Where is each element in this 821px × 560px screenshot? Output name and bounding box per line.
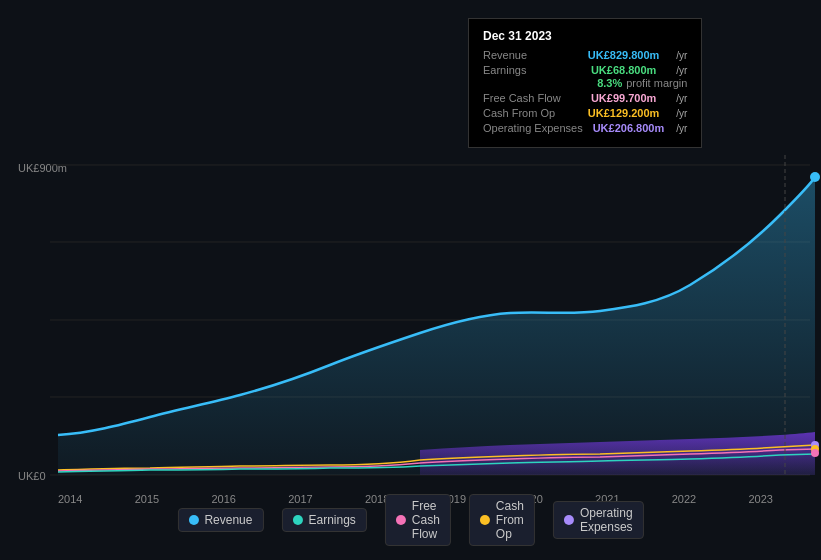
tooltip-revenue-suffix: /yr — [676, 50, 687, 61]
tooltip-cashfromop-label: Cash From Op — [483, 107, 573, 119]
legend-fcf[interactable]: Free Cash Flow — [385, 494, 451, 546]
legend-opex-label: Operating Expenses — [580, 506, 633, 534]
tooltip-profit-margin-row: 8.3% profit margin — [483, 77, 687, 89]
x-label-2023: 2023 — [748, 493, 772, 505]
tooltip-earnings-row: Earnings UK£68.800m /yr — [483, 64, 687, 76]
legend-earnings-dot — [292, 515, 302, 525]
tooltip-date: Dec 31 2023 — [483, 29, 687, 43]
tooltip-fcf-value: UK£99.700m — [591, 92, 656, 104]
legend-cashfromop[interactable]: Cash From Op — [469, 494, 535, 546]
tooltip-profit-margin-pct: 8.3% — [597, 77, 622, 89]
tooltip-earnings-label: Earnings — [483, 64, 573, 76]
x-label-2014: 2014 — [58, 493, 82, 505]
legend-revenue-dot — [188, 515, 198, 525]
legend-revenue-label: Revenue — [204, 513, 252, 527]
svg-point-8 — [811, 449, 819, 457]
legend-opex-dot — [564, 515, 574, 525]
tooltip-opex-label: Operating Expenses — [483, 122, 583, 134]
legend-fcf-dot — [396, 515, 406, 525]
tooltip-fcf-label: Free Cash Flow — [483, 92, 573, 104]
tooltip-revenue-label: Revenue — [483, 49, 573, 61]
svg-point-5 — [810, 172, 820, 182]
legend-earnings[interactable]: Earnings — [281, 508, 366, 532]
chart-svg — [0, 155, 821, 505]
legend-cashfromop-label: Cash From Op — [496, 499, 524, 541]
chart-legend: Revenue Earnings Free Cash Flow Cash Fro… — [177, 494, 643, 546]
tooltip-fcf-suffix: /yr — [676, 93, 687, 104]
tooltip-cashfromop-suffix: /yr — [676, 108, 687, 119]
x-label-2022: 2022 — [672, 493, 696, 505]
tooltip-opex-value: UK£206.800m — [593, 122, 665, 134]
chart-container: Dec 31 2023 Revenue UK£829.800m /yr Earn… — [0, 0, 821, 560]
tooltip-opex-suffix: /yr — [676, 123, 687, 134]
legend-opex[interactable]: Operating Expenses — [553, 501, 644, 539]
legend-fcf-label: Free Cash Flow — [412, 499, 440, 541]
legend-revenue[interactable]: Revenue — [177, 508, 263, 532]
legend-cashfromop-dot — [480, 515, 490, 525]
tooltip-card: Dec 31 2023 Revenue UK£829.800m /yr Earn… — [468, 18, 702, 148]
tooltip-earnings-value: UK£68.800m — [591, 64, 656, 76]
tooltip-earnings-suffix: /yr — [676, 65, 687, 76]
tooltip-revenue-row: Revenue UK£829.800m /yr — [483, 49, 687, 61]
tooltip-cashfromop-row: Cash From Op UK£129.200m /yr — [483, 107, 687, 119]
legend-earnings-label: Earnings — [308, 513, 355, 527]
tooltip-cashfromop-value: UK£129.200m — [588, 107, 660, 119]
tooltip-profit-margin-label: profit margin — [626, 77, 687, 89]
tooltip-fcf-row: Free Cash Flow UK£99.700m /yr — [483, 92, 687, 104]
x-label-2015: 2015 — [135, 493, 159, 505]
tooltip-opex-row: Operating Expenses UK£206.800m /yr — [483, 122, 687, 134]
tooltip-revenue-value: UK£829.800m — [588, 49, 660, 61]
